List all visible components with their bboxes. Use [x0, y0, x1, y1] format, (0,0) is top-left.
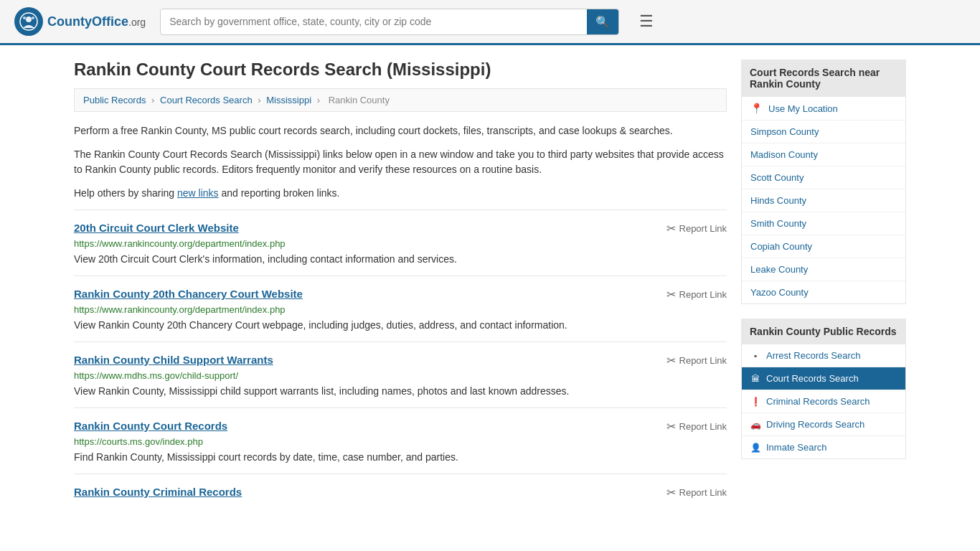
- list-item: Scott County: [742, 166, 905, 189]
- desc3-suffix: and reporting broken links.: [219, 187, 340, 199]
- result-item: Rankin County Child Support Warrants ✂ R…: [74, 342, 727, 408]
- copiah-county-label: Copiah County: [750, 241, 812, 252]
- svg-point-3: [32, 17, 34, 19]
- list-item: Copiah County: [742, 235, 905, 258]
- yazoo-county-link[interactable]: Yazoo County: [742, 281, 905, 303]
- logo-county: CountyOffice: [47, 14, 128, 29]
- report-link[interactable]: ✂ Report Link: [666, 486, 727, 499]
- arrest-icon: ▪: [750, 351, 760, 361]
- nearby-section-header: Court Records Search nearRankin County: [741, 60, 906, 97]
- description-3: Help others by sharing new links and rep…: [74, 186, 727, 201]
- logo-icon: [14, 7, 43, 36]
- report-link-label: Report Link: [679, 289, 727, 300]
- result-desc: View Rankin County, Mississippi child su…: [74, 384, 727, 399]
- logo-tld: .org: [128, 17, 146, 28]
- report-link[interactable]: ✂ Report Link: [666, 288, 727, 301]
- list-item: Madison County: [742, 143, 905, 166]
- report-icon: ✂: [666, 222, 676, 235]
- result-header: Rankin County Criminal Records ✂ Report …: [74, 486, 727, 499]
- use-my-location-link[interactable]: 📍 Use My Location: [742, 97, 905, 120]
- report-link[interactable]: ✂ Report Link: [666, 354, 727, 367]
- result-item: Rankin County Criminal Records ✂ Report …: [74, 474, 727, 511]
- inmate-search-link[interactable]: 👤 Inmate Search: [742, 436, 905, 458]
- result-item: Rankin County 20th Chancery Court Websit…: [74, 276, 727, 342]
- content-area: Rankin County Court Records Search (Miss…: [74, 60, 727, 511]
- public-records-section: Rankin County Public Records ▪ Arrest Re…: [741, 319, 906, 459]
- report-link[interactable]: ✂ Report Link: [666, 222, 727, 235]
- smith-county-link[interactable]: Smith County: [742, 212, 905, 235]
- result-url: https://www.rankincounty.org/department/…: [74, 304, 727, 315]
- result-desc: Find Rankin County, Mississippi court re…: [74, 450, 727, 465]
- hinds-county-link[interactable]: Hinds County: [742, 189, 905, 212]
- breadcrumb-rankin: Rankin County: [329, 95, 390, 105]
- result-header: Rankin County 20th Chancery Court Websit…: [74, 288, 727, 301]
- report-icon: ✂: [666, 354, 676, 367]
- result-title[interactable]: Rankin County Court Records: [74, 420, 227, 432]
- result-title[interactable]: 20th Circuit Court Clerk Website: [74, 222, 239, 234]
- description-2: The Rankin County Court Records Search (…: [74, 147, 727, 177]
- search-container: 🔍: [160, 9, 619, 35]
- list-item: 📍 Use My Location: [742, 97, 905, 121]
- madison-county-label: Madison County: [750, 149, 818, 160]
- result-item: Rankin County Court Records ✂ Report Lin…: [74, 408, 727, 474]
- list-item: ▪ Arrest Records Search: [742, 344, 905, 367]
- public-records-header: Rankin County Public Records: [741, 319, 906, 344]
- breadcrumb-sep-2: ›: [258, 95, 263, 105]
- result-header: 20th Circuit Court Clerk Website ✂ Repor…: [74, 222, 727, 235]
- breadcrumb-court-records[interactable]: Court Records Search: [160, 95, 253, 105]
- report-link-label: Report Link: [679, 421, 727, 432]
- report-icon: ✂: [666, 288, 676, 301]
- scott-county-link[interactable]: Scott County: [742, 166, 905, 189]
- leake-county-label: Leake County: [750, 264, 808, 275]
- new-links-link[interactable]: new links: [177, 187, 219, 199]
- result-header: Rankin County Court Records ✂ Report Lin…: [74, 420, 727, 433]
- criminal-records-label: Criminal Records Search: [766, 396, 870, 407]
- arrest-records-link[interactable]: ▪ Arrest Records Search: [742, 344, 905, 367]
- copiah-county-link[interactable]: Copiah County: [742, 235, 905, 258]
- court-records-link[interactable]: 🏛 Court Records Search: [742, 367, 905, 390]
- criminal-icon: ❗: [750, 397, 760, 407]
- result-title[interactable]: Rankin County 20th Chancery Court Websit…: [74, 288, 303, 300]
- list-item: ❗ Criminal Records Search: [742, 390, 905, 413]
- arrest-records-label: Arrest Records Search: [766, 350, 861, 361]
- yazoo-county-label: Yazoo County: [750, 287, 809, 298]
- result-desc: View Rankin County 20th Chancery Court w…: [74, 318, 727, 333]
- madison-county-link[interactable]: Madison County: [742, 143, 905, 166]
- report-icon: ✂: [666, 486, 676, 499]
- breadcrumb-public-records[interactable]: Public Records: [83, 95, 146, 105]
- leake-county-link[interactable]: Leake County: [742, 258, 905, 281]
- list-item: Simpson County: [742, 121, 905, 143]
- main-layout: Rankin County Court Records Search (Miss…: [60, 45, 920, 525]
- desc3-prefix: Help others by sharing: [74, 187, 177, 199]
- result-title[interactable]: Rankin County Criminal Records: [74, 486, 242, 498]
- breadcrumb: Public Records › Court Records Search › …: [74, 88, 727, 112]
- hinds-county-label: Hinds County: [750, 195, 806, 206]
- result-title[interactable]: Rankin County Child Support Warrants: [74, 354, 273, 366]
- logo-text: CountyOffice.org: [47, 14, 146, 29]
- court-records-label: Court Records Search: [766, 373, 859, 384]
- page-title: Rankin County Court Records Search (Miss…: [74, 60, 727, 80]
- report-link[interactable]: ✂ Report Link: [666, 420, 727, 433]
- criminal-records-link[interactable]: ❗ Criminal Records Search: [742, 390, 905, 413]
- driving-records-link[interactable]: 🚗 Driving Records Search: [742, 413, 905, 435]
- site-logo[interactable]: CountyOffice.org: [14, 7, 146, 36]
- result-header: Rankin County Child Support Warrants ✂ R…: [74, 354, 727, 367]
- result-url: https://www.rankincounty.org/department/…: [74, 238, 727, 249]
- search-icon: 🔍: [595, 16, 610, 28]
- driving-records-label: Driving Records Search: [766, 419, 864, 430]
- breadcrumb-mississippi[interactable]: Mississippi: [266, 95, 311, 105]
- smith-county-label: Smith County: [750, 218, 806, 229]
- report-link-label: Report Link: [679, 355, 727, 366]
- report-icon: ✂: [666, 420, 676, 433]
- location-icon: 📍: [750, 103, 763, 114]
- svg-point-2: [23, 17, 26, 19]
- search-input[interactable]: [161, 10, 587, 33]
- svg-point-1: [26, 17, 32, 22]
- search-button[interactable]: 🔍: [587, 9, 618, 34]
- result-url: https://courts.ms.gov/index.php: [74, 436, 727, 447]
- driving-icon: 🚗: [750, 420, 760, 430]
- list-item: 👤 Inmate Search: [742, 436, 905, 458]
- report-link-label: Report Link: [679, 223, 727, 234]
- simpson-county-link[interactable]: Simpson County: [742, 121, 905, 143]
- hamburger-menu-button[interactable]: ☰: [633, 9, 659, 34]
